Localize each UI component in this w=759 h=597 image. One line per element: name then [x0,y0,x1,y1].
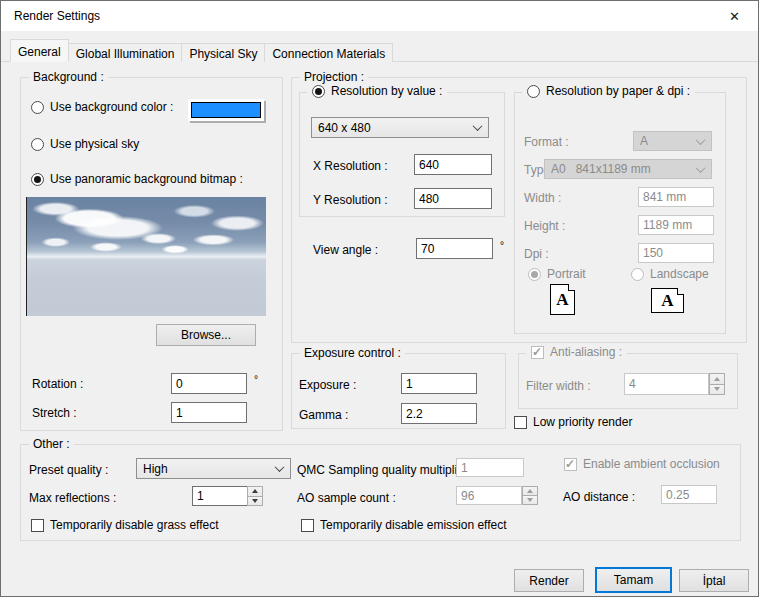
spinner-up-icon[interactable] [247,486,263,497]
landscape-page-icon: A [651,288,684,313]
background-color-swatch[interactable] [188,99,264,121]
cancel-button[interactable]: İptal [679,569,749,592]
render-settings-dialog: Render Settings ✕ General Global Illumin… [0,0,759,597]
filter-width-input [624,373,709,395]
radio-label: Use physical sky [50,137,139,151]
view-angle-input[interactable] [416,238,493,259]
x-resolution-label: X Resolution : [313,159,388,173]
height-label: Height : [524,219,565,233]
checkbox-indicator [531,346,544,359]
y-resolution-input[interactable] [414,188,492,209]
qmc-multiplier-label: QMC Sampling quality multiplier : [297,463,474,477]
tab-connection-materials[interactable]: Connection Materials [265,43,393,62]
spinner-down-icon[interactable] [247,497,263,507]
portrait-page-icon: A [550,284,575,315]
radio-label: Resolution by paper & dpi : [546,84,690,98]
projection-group-title: Projection : [300,70,368,84]
disable-emission-effect-checkbox[interactable]: Temporarily disable emission effect [301,518,507,532]
panorama-preview [26,197,266,316]
color-swatch-fill [191,102,261,118]
tab-strip: General Global Illumination Physical Sky… [10,39,393,62]
radio-use-background-color[interactable]: Use background color : [31,100,173,114]
spinner-up-icon [709,373,725,385]
browse-button[interactable]: Browse... [156,324,256,346]
radio-label: Portrait [547,267,586,281]
disable-grass-effect-checkbox[interactable]: Temporarily disable grass effect [31,518,219,532]
radio-indicator [31,101,44,114]
rotation-input[interactable] [171,373,247,394]
render-button[interactable]: Render [514,569,584,592]
antialiasing-checkbox: Anti-aliasing : [526,345,627,359]
radio-use-panoramic-bitmap[interactable]: Use panoramic background bitmap : [31,172,243,186]
page-fold [568,284,575,291]
tab-general[interactable]: General [10,39,69,62]
spinner-up-icon [522,486,538,496]
ao-distance-input [661,485,717,504]
radio-indicator [631,268,644,281]
ao-sample-count-spinner [522,486,538,505]
exposure-input[interactable] [401,373,477,394]
gamma-input[interactable] [401,403,477,424]
resolution-preset-dropdown[interactable]: 640 x 480 [311,117,489,138]
radio-indicator [312,85,325,98]
page-letter: A [556,290,568,310]
checkbox-label: Enable ambient occlusion [583,457,720,471]
checkbox-indicator [564,458,577,471]
radio-portrait: Portrait [528,267,586,281]
radio-use-physical-sky[interactable]: Use physical sky [31,137,139,151]
ok-button[interactable]: Tamam [595,567,672,593]
format-label: Format : [524,135,569,149]
paper-width-input [638,187,714,207]
low-priority-checkbox[interactable]: Low priority render [514,415,632,429]
max-reflections-label: Max reflections : [29,491,116,505]
ao-sample-count-label: AO sample count : [297,491,396,505]
rotation-degree-symbol: ° [254,374,258,385]
close-icon[interactable]: ✕ [712,2,757,30]
enable-ambient-occlusion-checkbox: Enable ambient occlusion [564,457,720,471]
max-reflections-input[interactable] [192,486,248,506]
preset-quality-label: Preset quality : [29,463,108,477]
resolution-by-paper-group: Resolution by paper & dpi : [514,92,726,334]
checkbox-indicator [31,519,44,532]
title-bar: Render Settings ✕ [1,1,758,31]
stretch-label: Stretch : [32,406,77,420]
radio-indicator [527,85,540,98]
x-resolution-input[interactable] [414,154,492,175]
radio-indicator [31,173,44,186]
chevron-down-icon [696,135,706,145]
chevron-down-icon [275,462,285,472]
radio-label: Use panoramic background bitmap : [50,172,243,186]
radio-label: Landscape [650,267,709,281]
max-reflections-spinner[interactable] [247,486,263,506]
filter-width-spinner [709,373,725,395]
filter-width-label: Filter width : [526,379,591,393]
radio-resolution-by-paper[interactable]: Resolution by paper & dpi : [522,84,695,98]
preset-quality-dropdown[interactable]: High [136,458,291,479]
qmc-multiplier-input [456,458,524,477]
tab-physical-sky[interactable]: Physical Sky [182,43,265,62]
page-fold [677,288,684,295]
checkbox-indicator [301,519,314,532]
exposure-group-title: Exposure control : [300,346,405,360]
radio-landscape: Landscape [631,267,709,281]
ao-distance-label: AO distance : [563,490,635,504]
rotation-label: Rotation : [32,377,83,391]
dpi-label: Dpi : [524,247,549,261]
window-title: Render Settings [14,9,100,23]
radio-label: Use background color : [50,100,173,114]
checkbox-label: Low priority render [533,415,632,429]
gamma-label: Gamma : [299,408,348,422]
radio-indicator [31,138,44,151]
selected-value: 640 x 480 [318,121,371,135]
radio-resolution-by-value[interactable]: Resolution by value : [307,84,447,98]
chevron-down-icon [696,163,706,173]
y-resolution-label: Y Resolution : [313,193,388,207]
view-angle-label: View angle : [313,243,378,257]
tab-global-illumination[interactable]: Global Illumination [69,43,183,62]
width-label: Width : [524,191,561,205]
selected-value: A [640,134,648,148]
background-group-title: Background : [29,70,108,84]
selected-value: A0 841x1189 mm [551,162,651,176]
stretch-input[interactable] [171,402,247,423]
spinner-down-icon [709,385,725,396]
